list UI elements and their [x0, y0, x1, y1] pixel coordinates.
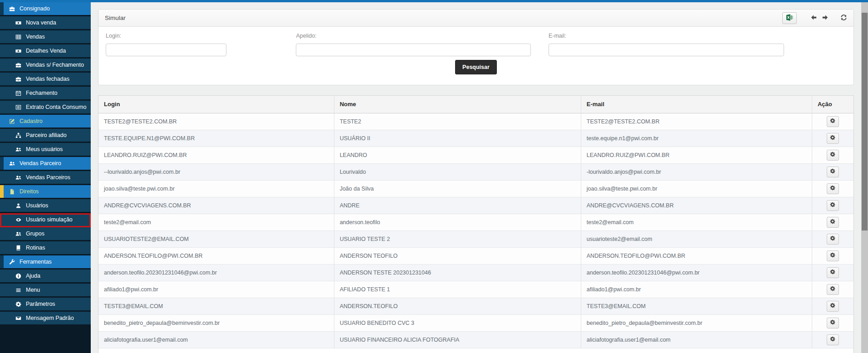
wrench-icon: [9, 259, 15, 265]
sidebar-item-cadastro[interactable]: Cadastro: [0, 115, 91, 129]
sidebar-item-ferramentas[interactable]: Ferramentas: [0, 255, 91, 270]
sidebar-item-label: Vendas Parceiro: [20, 160, 61, 167]
apelido-input[interactable]: [296, 44, 530, 56]
sidebar-item-label: Detalhes Venda: [26, 48, 66, 54]
sidebar-item-vendas-s-fechamento[interactable]: Vendas s/ Fechamento: [0, 59, 91, 73]
cell-action: [812, 264, 853, 281]
row-action-button[interactable]: [827, 217, 839, 228]
gear-icon: [830, 336, 835, 343]
table-row: anderson.teofilo.202301231046@pwi.com.br…: [98, 264, 853, 281]
sidebar-item-grupos[interactable]: Grupos: [0, 227, 91, 241]
cell-nome: USUÁRIO II: [334, 130, 581, 147]
cell-email: ANDERSON.TEOFILO@PWI.COM.BR: [581, 247, 812, 264]
gear-icon: [830, 235, 835, 242]
cell-nome: LEANDRO: [334, 147, 581, 163]
cell-nome: anderson.teofilo: [334, 214, 581, 230]
cell-nome: USUARIO BENEDITO CVC 3: [334, 314, 581, 331]
cell-action: [812, 163, 853, 180]
row-action-button[interactable]: [827, 284, 839, 295]
row-action-button[interactable]: [827, 318, 839, 328]
row-action-button[interactable]: [827, 133, 839, 144]
sidebar-item-label: Parâmetros: [26, 301, 55, 307]
refresh-button[interactable]: [840, 14, 847, 22]
cell-login: TESTE.EQUIPE.N1@PWI.COM.BR: [98, 130, 334, 147]
sidebar-item-consignado[interactable]: Consignado: [0, 2, 91, 16]
cell-action: [812, 113, 853, 130]
panel-header: Simular: [98, 10, 853, 27]
cell-email: anderson.teofilo.202301231046@pwi.com.br: [581, 264, 812, 281]
user-icon: [15, 203, 22, 209]
export-excel-button[interactable]: [782, 12, 797, 24]
row-action-button[interactable]: [827, 301, 839, 312]
sidebar-item-label: Direitos: [20, 188, 39, 195]
table-row: teste2@email.comanderson.teofiloteste2@e…: [98, 214, 853, 230]
cell-email: -lourivaldo.anjos@pwi.com.br: [581, 163, 812, 180]
sidebar-item-label: Rotinas: [26, 245, 45, 251]
sidebar-item-label: Menu: [26, 287, 40, 293]
row-action-button[interactable]: [827, 250, 839, 261]
gear-icon: [830, 252, 835, 259]
cell-login: TESTE2@TESTE2.COM.BR: [98, 113, 334, 130]
cell-action: [812, 197, 853, 214]
table-row: afiliado1@pwi.com.brAFILIADO TESTE 1afil…: [98, 281, 853, 298]
row-action-button[interactable]: [827, 150, 839, 161]
sidebar-item-mensagem-padrao[interactable]: Mensagem Padrão: [0, 312, 91, 326]
table-icon: [15, 34, 22, 40]
sidebar-item-meus-usuarios[interactable]: Meus usuários: [0, 143, 91, 157]
email-input[interactable]: [549, 44, 784, 56]
navigate-forward-button[interactable]: [822, 14, 829, 22]
row-action-button[interactable]: [827, 167, 839, 177]
sidebar-item-rotinas[interactable]: Rotinas: [0, 241, 91, 255]
login-field-group: Login:: [106, 33, 226, 56]
bars-icon: [15, 287, 22, 293]
row-action-button[interactable]: [827, 234, 839, 245]
scrollbar-thumb[interactable]: [862, 13, 868, 230]
vertical-scrollbar[interactable]: [861, 2, 868, 353]
sidebar-item-menu[interactable]: Menu: [0, 284, 91, 298]
sidebar-item-label: Meus usuários: [26, 146, 63, 152]
sidebar-item-vendas[interactable]: Vendas: [0, 30, 91, 44]
sidebar-item-fechamento[interactable]: Fechamento: [0, 87, 91, 101]
cell-email: joao.silva@teste.pwi.com.br: [581, 180, 812, 197]
sidebar-item-vendas-parceiro[interactable]: Vendas Parceiro: [0, 157, 91, 171]
table-row: TESTE2@TESTE2.COM.BRTESTE2TESTE2@TESTE2.…: [98, 113, 853, 130]
panel-body: Login: Apelido: E-mail: Pesquisar: [98, 27, 853, 74]
sidebar-item-label: Usuário simulação: [26, 216, 73, 223]
sidebar-item-parceiro-afiliado[interactable]: Parceiro afiliado: [0, 129, 91, 143]
email-field-group: E-mail:: [549, 33, 784, 56]
login-input[interactable]: [106, 44, 226, 56]
sidebar-item-usuario-simulacao[interactable]: Usuário simulação: [0, 213, 91, 227]
sidebar-item-label: Parceiro afiliado: [26, 132, 67, 138]
row-action-button[interactable]: [827, 200, 839, 211]
sidebar-item-direitos[interactable]: Direitos: [0, 185, 91, 199]
sidebar-item-nova-venda[interactable]: Nova venda: [0, 16, 91, 30]
row-action-button[interactable]: [827, 267, 839, 278]
gear-icon: [830, 185, 835, 192]
search-button[interactable]: Pesquisar: [455, 60, 497, 74]
users-icon: [9, 161, 15, 167]
sidebar-item-detalhes-venda[interactable]: Detalhes Venda: [0, 44, 91, 59]
cell-login: anderson.teofilo.202301231046@pwi.com.br: [98, 264, 334, 281]
sidebar-item-ajuda[interactable]: Ajuda: [0, 270, 91, 284]
sidebar: ConsignadoNova vendaVendasDetalhes Venda…: [0, 2, 91, 353]
navigate-back-button[interactable]: [810, 14, 817, 22]
sidebar-item-usuarios[interactable]: Usuários: [0, 199, 91, 213]
row-action-button[interactable]: [827, 116, 839, 127]
cell-email: TESTE3@EMAIL.COM: [581, 298, 812, 314]
sidebar-item-vendas-fechadas[interactable]: Vendas fechadas: [0, 73, 91, 87]
table-row: joao.silva@teste.pwi.com.brJoão da Silva…: [98, 180, 853, 197]
users-icon: [15, 147, 22, 152]
search-form: Login: Apelido: E-mail:: [106, 33, 846, 56]
gear-icon: [830, 152, 835, 158]
column-header-email: E-mail: [581, 96, 812, 113]
row-action-button[interactable]: [827, 183, 839, 194]
users-icon: [15, 175, 22, 181]
sidebar-item-parametros[interactable]: Parâmetros: [0, 298, 91, 312]
envelope-icon: [15, 315, 22, 321]
row-action-button[interactable]: [827, 334, 839, 345]
gear-icon: [830, 286, 835, 293]
cell-login: TESTE3@EMAIL.COM: [98, 298, 334, 314]
sidebar-item-vendas-parceiros[interactable]: Vendas Parceiros: [0, 171, 91, 185]
panel-title: Simular: [105, 15, 126, 21]
sidebar-item-extrato-conta-consumo[interactable]: Extrato Conta Consumo: [0, 101, 91, 115]
